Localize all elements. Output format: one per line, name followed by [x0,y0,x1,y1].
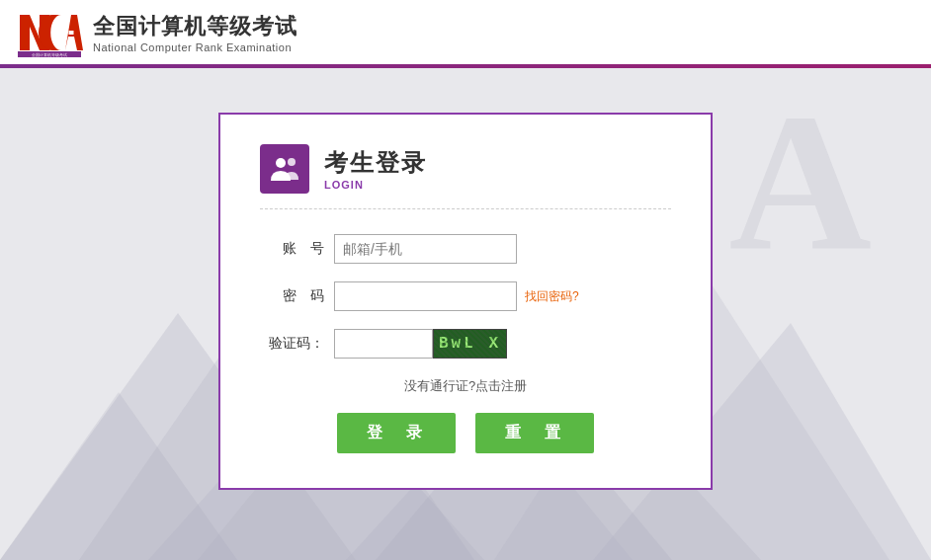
header: 全国计算机等级考试 全国计算机等级考试 National Computer Ra… [0,0,931,64]
register-link[interactable]: 没有通行证?点击注册 [404,378,527,393]
captcha-image[interactable]: BwL X [433,329,507,359]
login-title-cn: 考生登录 [324,147,427,179]
header-logo: 全国计算机等级考试 全国计算机等级考试 National Computer Ra… [16,7,297,58]
login-title-block: 考生登录 LOGIN [324,147,427,191]
login-icon-box [260,144,309,194]
captcha-row: 验证码： BwL X [260,329,671,359]
captcha-input[interactable] [334,329,433,359]
svg-text:全国计算机等级考试: 全国计算机等级考试 [32,52,67,57]
login-header: 考生登录 LOGIN [260,144,671,209]
login-title-en: LOGIN [324,179,427,191]
login-button[interactable]: 登 录 [337,413,456,453]
login-box: 考生登录 LOGIN 账 号 密 码 找回密码? 验证码： BwL X [218,113,713,490]
account-row: 账 号 [260,234,671,264]
button-row: 登 录 重 置 [260,413,671,453]
reset-button[interactable]: 重 置 [475,413,594,453]
svg-point-16 [288,158,296,166]
logo-title-en: National Computer Rank Examination [93,41,297,53]
password-row: 密 码 找回密码? [260,281,671,311]
account-label: 账 号 [260,240,324,258]
header-divider [0,64,931,68]
svg-rect-3 [69,31,74,35]
password-input[interactable] [334,281,517,311]
logo-title-cn: 全国计算机等级考试 [93,12,297,41]
captcha-input-group: BwL X [334,329,507,359]
main-content: 考生登录 LOGIN 账 号 密 码 找回密码? 验证码： BwL X [0,68,931,490]
register-row: 没有通行证?点击注册 [260,376,671,395]
forgot-password-link[interactable]: 找回密码? [525,288,579,305]
account-input[interactable] [334,234,517,264]
password-label: 密 码 [260,287,324,305]
captcha-label: 验证码： [260,335,324,353]
users-icon [269,155,300,183]
logo-icon: 全国计算机等级考试 [16,7,83,58]
logo-text-block: 全国计算机等级考试 National Computer Rank Examina… [93,12,297,53]
svg-point-15 [276,158,286,168]
